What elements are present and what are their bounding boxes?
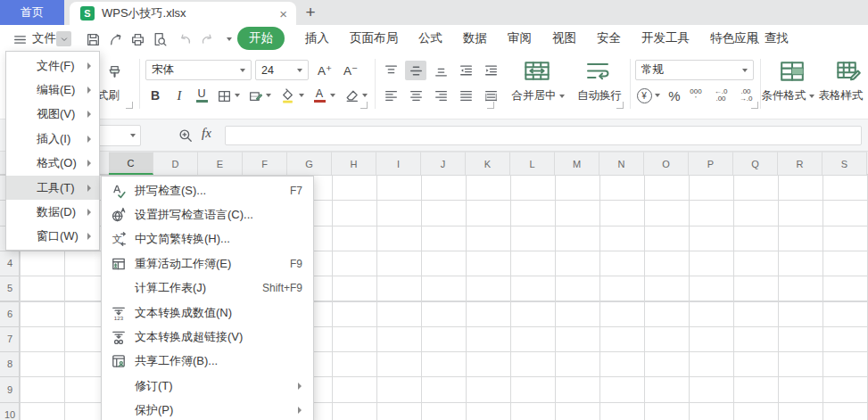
- column-header-4[interactable]: G: [287, 152, 332, 175]
- column-header-7[interactable]: J: [421, 152, 466, 175]
- save-button[interactable]: [84, 30, 102, 48]
- row-header-8[interactable]: 8: [0, 351, 20, 376]
- decrease-decimal-button[interactable]: ←.0.00: [710, 86, 732, 104]
- tools-submenu-item-1[interactable]: 设置拼写检查语言(C)...: [102, 202, 313, 226]
- align-left-button[interactable]: [382, 86, 400, 104]
- tools-submenu-item-6[interactable]: 文本转换成超链接(V): [102, 325, 313, 349]
- bold-button[interactable]: B: [146, 86, 164, 104]
- close-tab-icon[interactable]: ×: [279, 6, 287, 21]
- align-bottom-button[interactable]: [432, 62, 450, 79]
- undo-button[interactable]: [176, 30, 194, 48]
- column-header-10[interactable]: M: [555, 152, 599, 175]
- redo-button[interactable]: [198, 30, 216, 48]
- align-right-button[interactable]: [432, 86, 450, 104]
- export-button[interactable]: [106, 30, 124, 48]
- column-header-6[interactable]: I: [376, 152, 421, 175]
- cell-style-button[interactable]: [246, 86, 264, 104]
- cell-style-dropdown[interactable]: [264, 86, 272, 104]
- column-header-15[interactable]: R: [778, 152, 823, 175]
- ribbon-tab-3[interactable]: 公式: [418, 30, 442, 46]
- document-tab[interactable]: S WPS小技巧.xlsx ×: [70, 2, 296, 25]
- file-menu-item-5[interactable]: 工具(T): [6, 176, 99, 200]
- home-tab[interactable]: 首页: [0, 0, 64, 25]
- currency-dropdown[interactable]: [653, 86, 661, 104]
- file-menu-item-4[interactable]: 格式(O): [6, 152, 99, 176]
- font-color-button[interactable]: A: [310, 86, 328, 104]
- magnifier-icon[interactable]: [178, 128, 195, 145]
- file-menu-button[interactable]: 文件: [32, 25, 56, 52]
- font-size-select[interactable]: 24: [255, 60, 309, 80]
- eraser-button[interactable]: [343, 86, 360, 104]
- column-header-3[interactable]: F: [243, 152, 287, 175]
- tools-submenu-item-7[interactable]: 共享工作簿(B)...: [102, 350, 313, 374]
- tools-submenu-item-4[interactable]: 计算工作表(J)Shift+F9: [102, 276, 313, 301]
- increase-indent-button[interactable]: [482, 62, 500, 79]
- align-middle-button[interactable]: [405, 61, 426, 80]
- borders-button[interactable]: [215, 86, 233, 104]
- column-header-0[interactable]: C: [109, 152, 153, 175]
- justify-button[interactable]: [457, 86, 475, 104]
- file-menu-item-3[interactable]: 插入(I): [6, 127, 99, 151]
- ribbon-tab-4[interactable]: 数据: [463, 30, 487, 46]
- file-menu-item-7[interactable]: 窗口(W): [6, 225, 99, 249]
- decrease-font-button[interactable]: A⁻: [340, 62, 361, 79]
- ribbon-tab-8[interactable]: 开发工具: [641, 30, 690, 46]
- format-painter-button[interactable]: [102, 59, 127, 84]
- file-menu-item-2[interactable]: 视图(V): [6, 103, 99, 127]
- column-header-11[interactable]: N: [599, 152, 644, 175]
- align-center-button[interactable]: [407, 86, 425, 104]
- ribbon-tab-6[interactable]: 视图: [552, 30, 576, 46]
- column-header-16[interactable]: S: [823, 152, 867, 175]
- toolbar-more-button[interactable]: [220, 30, 238, 48]
- file-menu-item-1[interactable]: 编辑(E): [6, 78, 99, 102]
- tools-submenu-item-3[interactable]: 重算活动工作簿(E)F9: [102, 251, 313, 276]
- font-color-dropdown[interactable]: [328, 86, 336, 104]
- merge-center-button[interactable]: 合并居中: [502, 88, 574, 103]
- file-menu-item-0[interactable]: 文件(F): [6, 54, 99, 78]
- ribbon-tab-7[interactable]: 安全: [597, 30, 621, 46]
- column-header-13[interactable]: P: [689, 152, 733, 175]
- hamburger-menu-icon[interactable]: [11, 30, 29, 48]
- new-tab-button[interactable]: +: [302, 3, 319, 22]
- conditional-format-button[interactable]: 条件格式: [758, 88, 817, 103]
- tools-submenu-item-5[interactable]: 123文本转换成数值(N): [102, 301, 313, 325]
- align-top-button[interactable]: [382, 62, 400, 79]
- borders-dropdown[interactable]: [233, 86, 241, 104]
- fill-color-dropdown[interactable]: [297, 86, 305, 104]
- row-header-5[interactable]: 5: [0, 276, 20, 301]
- column-header-8[interactable]: K: [466, 152, 510, 175]
- decrease-indent-button[interactable]: [457, 62, 475, 79]
- column-header-12[interactable]: O: [644, 152, 689, 175]
- ribbon-tab-5[interactable]: 审阅: [508, 30, 532, 46]
- row-header-10[interactable]: 10: [0, 402, 20, 420]
- row-header-9[interactable]: 9: [0, 376, 20, 401]
- thousands-separator-button[interactable]: 000’: [687, 86, 705, 104]
- ribbon-tab-1[interactable]: 插入: [305, 30, 329, 46]
- percent-button[interactable]: %: [665, 86, 683, 104]
- column-header-1[interactable]: D: [153, 152, 198, 175]
- column-header-9[interactable]: L: [510, 152, 555, 175]
- column-header-5[interactable]: H: [332, 152, 376, 175]
- font-name-select[interactable]: 宋体: [145, 60, 252, 80]
- formula-input[interactable]: [225, 126, 862, 145]
- tools-submenu-item-2[interactable]: 文中文简繁转换(H)...: [102, 227, 313, 251]
- increase-font-button[interactable]: A⁺: [314, 62, 335, 79]
- tools-submenu-item-0[interactable]: 拼写检查(S)...F7: [102, 178, 313, 202]
- currency-button[interactable]: ¥: [635, 86, 653, 104]
- column-header-2[interactable]: E: [198, 152, 243, 175]
- row-header-6[interactable]: 6: [0, 301, 20, 326]
- print-preview-button[interactable]: [151, 30, 169, 48]
- search-button[interactable]: 查找: [748, 25, 789, 52]
- table-style-button[interactable]: 表格样式: [814, 88, 868, 103]
- underline-button[interactable]: U: [193, 86, 211, 104]
- ribbon-tab-2[interactable]: 页面布局: [350, 30, 398, 46]
- column-header-14[interactable]: Q: [733, 152, 778, 175]
- file-menu-item-6[interactable]: 数据(D): [6, 200, 99, 224]
- fill-color-button[interactable]: [278, 86, 296, 104]
- insert-function-button[interactable]: fx: [202, 126, 211, 141]
- print-button[interactable]: [128, 30, 146, 48]
- row-header-4[interactable]: 4: [0, 251, 20, 276]
- number-format-select[interactable]: 常规: [635, 60, 754, 80]
- ribbon-tab-0[interactable]: 开始: [237, 27, 285, 50]
- row-header-7[interactable]: 7: [0, 326, 20, 351]
